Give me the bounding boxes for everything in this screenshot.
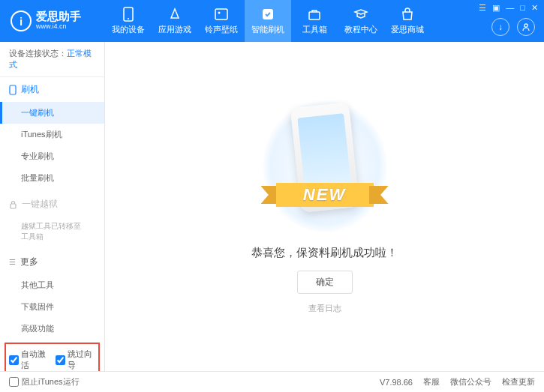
wallpaper-icon [214, 7, 229, 22]
new-ribbon: NEW [261, 180, 389, 210]
user-icon[interactable] [517, 18, 535, 36]
ok-button[interactable]: 确定 [297, 271, 353, 294]
wechat-link[interactable]: 微信公众号 [450, 376, 491, 388]
svg-point-3 [218, 12, 221, 14]
success-message: 恭喜您，保资料刷机成功啦！ [251, 246, 398, 260]
jailbreak-note: 越狱工具已转移至 工具箱 [0, 217, 104, 247]
version-label: V7.98.66 [380, 378, 413, 387]
nav-apps[interactable]: 应用游戏 [152, 0, 198, 42]
skin-icon[interactable]: ▣ [492, 3, 500, 13]
connection-status: 设备连接状态：正常模式 [0, 42, 104, 77]
svg-rect-8 [11, 204, 16, 208]
svg-point-6 [524, 24, 527, 27]
app-url: www.i4.cn [36, 22, 81, 31]
app-window: i 爱思助手 www.i4.cn 我的设备 应用游戏 铃声壁纸 智能刷机 [0, 0, 544, 392]
app-name: 爱思助手 [36, 10, 81, 22]
menu-icon[interactable]: ☰ [479, 3, 486, 13]
lock-icon [9, 200, 17, 209]
nav-toolbox[interactable]: 工具箱 [291, 0, 338, 42]
close-icon[interactable]: ✕ [531, 3, 538, 13]
section-jailbreak[interactable]: 一键越狱 [0, 192, 104, 217]
sidebar: 设备连接状态：正常模式 刷机 一键刷机 iTunes刷机 专业刷机 批量刷机 一… [0, 42, 105, 371]
titlebar: i 爱思助手 www.i4.cn 我的设备 应用游戏 铃声壁纸 智能刷机 [0, 0, 544, 42]
tutorial-icon [353, 7, 368, 22]
view-log-link[interactable]: 查看日志 [308, 303, 341, 314]
statusbar: 阻止iTunes运行 V7.98.66 客服 微信公众号 检查更新 [0, 371, 544, 392]
minimize-icon[interactable]: — [506, 3, 514, 13]
update-link[interactable]: 检查更新 [502, 376, 535, 388]
checkbox-skip-guide[interactable]: 跳过向导 [56, 349, 96, 371]
phone-small-icon [9, 85, 17, 95]
sidebar-item-firmware[interactable]: 下载固件 [0, 296, 104, 318]
svg-rect-5 [309, 12, 320, 19]
section-more[interactable]: ☰ 更多 [0, 250, 104, 274]
svg-point-1 [128, 18, 129, 19]
nav-tutorial[interactable]: 教程中心 [338, 0, 384, 42]
svg-rect-7 [10, 85, 16, 94]
nav-device[interactable]: 我的设备 [105, 0, 152, 42]
svg-rect-2 [215, 9, 227, 19]
logo: i 爱思助手 www.i4.cn [0, 10, 105, 31]
maximize-icon[interactable]: □ [520, 3, 525, 13]
success-illustration: NEW [261, 99, 389, 234]
top-nav: 我的设备 应用游戏 铃声壁纸 智能刷机 工具箱 教程中心 [105, 0, 431, 42]
apps-icon [167, 7, 182, 22]
download-icon[interactable]: ↓ [491, 18, 509, 36]
checkbox-highlight-box: 自动激活 跳过向导 [5, 343, 100, 371]
hamburger-icon: ☰ [9, 258, 16, 266]
phone-icon [121, 7, 136, 22]
sidebar-item-pro[interactable]: 专业刷机 [0, 145, 104, 167]
nav-store[interactable]: 爱思商城 [384, 0, 431, 42]
flash-icon [260, 7, 275, 22]
sidebar-item-batch[interactable]: 批量刷机 [0, 167, 104, 189]
sidebar-item-other[interactable]: 其他工具 [0, 274, 104, 296]
sidebar-item-oneclick[interactable]: 一键刷机 [0, 102, 104, 124]
store-icon [400, 7, 415, 22]
sidebar-item-itunes[interactable]: iTunes刷机 [0, 124, 104, 145]
checkbox-auto-activate[interactable]: 自动激活 [9, 349, 50, 371]
block-itunes-checkbox[interactable]: 阻止iTunes运行 [9, 376, 80, 388]
nav-ringtones[interactable]: 铃声壁纸 [198, 0, 245, 42]
logo-icon: i [11, 10, 32, 31]
toolbox-icon [307, 7, 322, 22]
section-flash[interactable]: 刷机 [0, 77, 104, 102]
window-controls: ☰ ▣ — □ ✕ [479, 3, 538, 13]
main-content: NEW 恭喜您，保资料刷机成功啦！ 确定 查看日志 [105, 42, 544, 371]
nav-flash[interactable]: 智能刷机 [245, 0, 291, 42]
sidebar-item-advanced[interactable]: 高级功能 [0, 318, 104, 340]
service-link[interactable]: 客服 [423, 376, 440, 388]
